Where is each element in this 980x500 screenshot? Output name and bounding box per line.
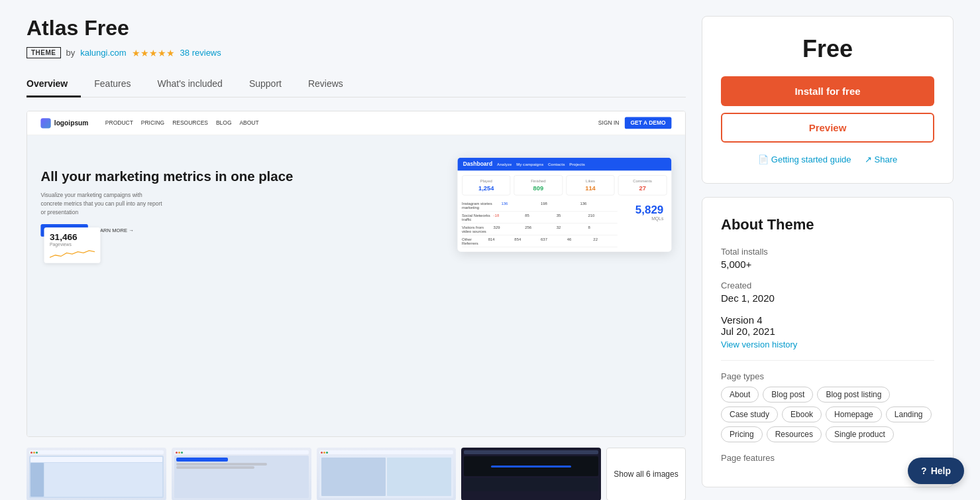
tag-landing: Landing	[886, 406, 932, 422]
sidebar: Free Install for free Preview 📄 Getting …	[702, 16, 953, 500]
mock-website: logoipsum PRODUCT PRICING RESOURCES BLOG…	[27, 111, 685, 297]
version-row: Version 4 Jul 20, 2021 View version hist…	[721, 314, 934, 349]
pageviews-chart	[50, 249, 95, 259]
mock-dashboard-header: Dashboard AnalyzeMy campaignsContactsPro…	[457, 158, 671, 171]
tag-pricing: Pricing	[721, 426, 763, 442]
tag-ebook: Ebook	[782, 406, 822, 422]
mock-nav-product: PRODUCT	[105, 120, 133, 126]
preview-button[interactable]: Preview	[721, 113, 934, 143]
nav-tabs: Overview Features What's included Suppor…	[27, 72, 686, 97]
thumb-overlay-1	[27, 448, 166, 500]
tag-single-product: Single product	[826, 426, 894, 442]
mock-nav: logoipsum PRODUCT PRICING RESOURCES BLOG…	[27, 111, 685, 135]
thumb-overlay-3	[317, 448, 457, 500]
mock-signin: SIGN IN	[598, 120, 620, 126]
doc-icon: 📄	[758, 155, 769, 164]
getting-started-link[interactable]: 📄 Getting started guide	[758, 155, 851, 164]
help-label: Help	[931, 466, 951, 476]
page-title: Atlas Free	[27, 16, 686, 40]
mock-stat-comments: Comments 27	[618, 175, 667, 196]
tag-resources: Resources	[767, 426, 822, 442]
mock-hero-actions: GET A DEMO LEARN MORE →	[40, 224, 446, 237]
pricing-card: Free Install for free Preview 📄 Getting …	[702, 16, 953, 184]
mock-get-demo-btn: GET A DEMO	[625, 117, 671, 129]
mock-nav-about: ABOUT	[239, 120, 258, 126]
preview-content: logoipsum PRODUCT PRICING RESOURCES BLOG…	[27, 111, 685, 436]
mock-dash-tabs: AnalyzeMy campaignsContactsProjects	[497, 162, 585, 166]
by-label: by	[66, 48, 76, 58]
help-icon: ?	[921, 466, 927, 476]
thumbnails-row: Show all 6 images	[27, 448, 686, 500]
version-history-link[interactable]: View version history	[721, 340, 934, 349]
mock-stats: Played 1,254 Finished 809 Likes	[462, 175, 667, 196]
thumbnail-1[interactable]	[27, 448, 166, 500]
mock-hero: All your marketing metrics in one place …	[27, 135, 685, 263]
show-all-images[interactable]: Show all 6 images	[606, 448, 686, 500]
tag-blog-post-listing: Blog post listing	[817, 387, 890, 403]
tab-overview[interactable]: Overview	[27, 72, 81, 97]
page-types-label: Page types	[721, 371, 934, 381]
mock-logo: logoipsum	[40, 118, 88, 128]
mock-dashboard: Dashboard AnalyzeMy campaignsContactsPro…	[457, 158, 671, 252]
mock-stat-played: Played 1,254	[462, 175, 511, 196]
thumbnail-3[interactable]	[317, 448, 457, 500]
mock-nav-resources: RESOURCES	[172, 120, 208, 126]
tag-about: About	[721, 387, 759, 403]
tab-features[interactable]: Features	[81, 72, 144, 97]
star-rating: ★★★★★	[132, 48, 175, 58]
thumbnail-4[interactable]	[461, 448, 601, 500]
page-types-tags: About Blog post Blog post listing Case s…	[721, 387, 934, 442]
thumbnail-2[interactable]	[172, 448, 311, 500]
mock-logo-icon	[40, 118, 50, 128]
version-label: Version 4	[721, 314, 934, 326]
preview-frame: logoipsum PRODUCT PRICING RESOURCES BLOG…	[27, 111, 686, 437]
created-label: Created	[721, 281, 934, 290]
thumb-overlay-2	[172, 448, 311, 500]
mock-dash-body: Played 1,254 Finished 809 Likes	[457, 170, 671, 251]
help-button[interactable]: ? Help	[908, 458, 964, 484]
author-link[interactable]: kalungi.com	[80, 48, 126, 58]
mock-dash-title: Dashboard	[463, 161, 492, 167]
mock-nav-blog: BLOG	[216, 120, 232, 126]
total-installs-value: 5,000+	[721, 259, 934, 270]
mock-logo-text: logoipsum	[54, 119, 89, 127]
tab-whats-included[interactable]: What's included	[144, 72, 236, 97]
about-card: About Theme Total installs 5,000+ Create…	[702, 197, 953, 487]
theme-meta: THEME by kalungi.com ★★★★★ 38 reviews	[27, 47, 686, 58]
mock-hero-desc: Visualize your marketing campaigns with …	[40, 191, 164, 216]
divider-1	[721, 360, 934, 361]
install-button[interactable]: Install for free	[721, 76, 934, 106]
price-display: Free	[721, 35, 934, 63]
mock-nav-pricing: PRICING	[141, 120, 164, 126]
tab-reviews[interactable]: Reviews	[295, 72, 356, 97]
sidebar-links: 📄 Getting started guide ↗ Share	[721, 155, 934, 164]
share-link[interactable]: ↗ Share	[865, 155, 898, 164]
mock-table: Instagram stories marketing136198136 Soc…	[462, 200, 618, 247]
mock-pageviews-card: 31,466 Pageviews	[44, 227, 101, 263]
mock-stat-finished: Finished 809	[514, 175, 563, 196]
version-date: Jul 20, 2021	[721, 326, 934, 337]
mock-dash-lower: Instagram stories marketing136198136 Soc…	[462, 200, 667, 247]
created-value: Dec 1, 2020	[721, 292, 934, 304]
mock-hero-text: All your marketing metrics in one place …	[40, 158, 446, 237]
tag-blog-post: Blog post	[763, 387, 813, 403]
tab-support[interactable]: Support	[236, 72, 295, 97]
mock-nav-links: PRODUCT PRICING RESOURCES BLOG ABOUT	[105, 120, 259, 126]
page-features-label: Page features	[721, 453, 934, 463]
mini-chart	[50, 249, 95, 259]
mock-big-stat: 5,829 MQLs	[622, 200, 667, 247]
tag-homepage: Homepage	[826, 406, 882, 422]
mock-hero-heading: All your marketing metrics in one place	[40, 169, 446, 185]
mock-stat-likes: Likes 114	[566, 175, 615, 196]
share-icon: ↗	[865, 155, 872, 164]
reviews-link[interactable]: 38 reviews	[180, 48, 221, 58]
tag-case-study: Case study	[721, 406, 778, 422]
mock-nav-right: SIGN IN GET A DEMO	[598, 117, 671, 129]
mock-pageviews-area: 31,466 Pageviews	[27, 263, 685, 297]
total-installs-row: Total installs 5,000+	[721, 247, 934, 270]
theme-badge: THEME	[27, 47, 61, 58]
about-title: About Theme	[721, 216, 934, 233]
total-installs-label: Total installs	[721, 247, 934, 257]
created-row: Created Dec 1, 2020	[721, 281, 934, 304]
